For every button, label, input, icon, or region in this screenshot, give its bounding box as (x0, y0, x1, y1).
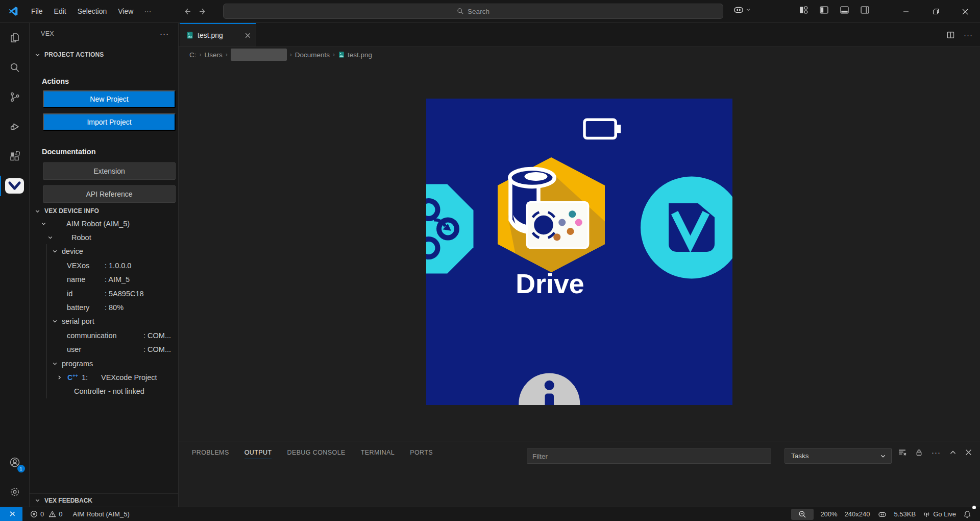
tree-row[interactable]: Controller - not linked (30, 385, 178, 398)
remote-icon (8, 511, 15, 517)
forward-arrow-icon[interactable] (199, 7, 207, 16)
project-actions-section[interactable]: PROJECT ACTIONS (30, 49, 178, 61)
api-reference-button[interactable]: API Reference (43, 185, 176, 203)
tasks-dropdown[interactable]: Tasks (785, 448, 892, 464)
tree-row[interactable]: name: AIM_5 (30, 273, 178, 287)
tree-label: device (62, 247, 83, 255)
import-project-button[interactable]: Import Project (43, 113, 176, 131)
tree-row[interactable]: user: COM... (30, 343, 178, 357)
tree-value: : 5A895C18 (105, 290, 144, 298)
tree-label: serial port (62, 317, 94, 325)
sidebar-item-explorer[interactable] (0, 23, 30, 53)
device-status[interactable]: AIM Robot (AIM_5) (69, 507, 133, 521)
extension-docs-button[interactable]: Extension (43, 162, 176, 180)
tab-bar: test.png ··· (179, 23, 980, 47)
toggle-panel-icon[interactable] (840, 6, 849, 14)
image-dimensions-status[interactable]: 240x240 (841, 507, 874, 521)
tree-row[interactable]: programs (30, 357, 178, 370)
chevron-down-icon[interactable] (52, 249, 58, 254)
sidebar-title: VEX (41, 30, 54, 37)
breadcrumb-item[interactable]: Documents (295, 51, 330, 59)
tree-value: : 1.0.0.0 (105, 262, 131, 270)
menu-view[interactable]: View (112, 4, 139, 18)
vscode-logo-icon (8, 6, 18, 16)
device-info-section[interactable]: VEX DEVICE INFO (30, 205, 178, 217)
notifications-button[interactable] (960, 507, 975, 521)
extensions-icon (9, 150, 21, 162)
tab-test-png[interactable]: test.png (180, 23, 256, 46)
minimize-button[interactable] (891, 0, 921, 23)
chevron-down-icon[interactable] (41, 221, 46, 226)
toggle-primary-sidebar-icon[interactable] (820, 6, 828, 14)
tree-row[interactable]: Robot (30, 230, 178, 244)
vex-sidebar: VEX ··· PROJECT ACTIONS Actions New Proj… (30, 23, 179, 507)
panel-tab-ports[interactable]: PORTS (410, 441, 433, 464)
maximize-panel-icon[interactable] (949, 449, 957, 456)
clear-output-icon[interactable] (898, 448, 906, 457)
copilot-status[interactable] (874, 507, 891, 521)
panel-tab-problems[interactable]: PROBLEMS (192, 441, 229, 464)
breadcrumb-item[interactable]: Users (205, 51, 223, 59)
tree-row[interactable]: id: 5A895C18 (30, 287, 178, 300)
close-window-button[interactable] (950, 0, 980, 23)
command-center-search[interactable]: Search (223, 4, 723, 19)
zoom-level-status[interactable]: 200% (817, 507, 841, 521)
settings-button[interactable] (0, 477, 30, 507)
tree-row[interactable]: communication: COM... (30, 328, 178, 342)
sidebar-more-actions[interactable]: ··· (160, 29, 169, 38)
redacted-username-block (231, 49, 287, 61)
problems-status[interactable]: 0 0 (27, 507, 66, 521)
tree-label: VEXos (67, 262, 89, 270)
tree-row[interactable]: AIM Robot (AIM_5) (30, 217, 178, 230)
close-panel-icon[interactable] (965, 449, 972, 456)
sidebar-item-source-control[interactable] (0, 82, 30, 112)
chevron-down-icon[interactable] (52, 361, 58, 366)
sidebar-item-run-debug[interactable] (0, 112, 30, 141)
chevron-down-icon[interactable] (47, 235, 53, 241)
vex-feedback-section[interactable]: VEX FEEDBACK (30, 493, 178, 507)
split-editor-icon[interactable] (947, 31, 954, 39)
editor-more-actions-icon[interactable]: ··· (964, 31, 973, 39)
card-icon (527, 202, 589, 248)
menu-file[interactable]: File (26, 4, 48, 18)
chevron-right-icon[interactable] (57, 374, 62, 380)
sidebar-item-extensions[interactable] (0, 141, 30, 171)
chevron-down-icon[interactable] (52, 319, 58, 324)
toggle-secondary-sidebar-icon[interactable] (861, 6, 869, 14)
copilot-icon (733, 5, 744, 15)
warning-icon (48, 510, 56, 518)
zoom-out-button[interactable] (791, 509, 814, 520)
tree-row[interactable]: battery: 80% (30, 300, 178, 314)
filter-input[interactable] (527, 448, 771, 464)
tree-row[interactable]: C++1:VEXcode Project (30, 370, 178, 384)
breadcrumb-text: Documents (295, 51, 330, 59)
menu-selection[interactable]: Selection (72, 4, 113, 18)
panel-more-actions-icon[interactable]: ··· (932, 448, 941, 457)
tree-row[interactable]: serial port (30, 315, 178, 328)
image-preview-canvas[interactable]: Drive (179, 62, 980, 441)
new-project-button[interactable]: New Project (43, 90, 176, 108)
go-live-button[interactable]: Go Live (919, 507, 960, 521)
menu-edit[interactable]: Edit (48, 4, 72, 18)
lock-icon[interactable] (915, 448, 923, 457)
chevron-down-icon (35, 52, 40, 58)
panel-tab-debug-console[interactable]: DEBUG CONSOLE (287, 441, 345, 464)
tree-row[interactable]: device (30, 245, 178, 258)
sidebar-item-search[interactable] (0, 53, 30, 82)
close-tab-icon[interactable] (245, 33, 251, 38)
panel-tab-output[interactable]: OUTPUT (244, 441, 272, 464)
menu-overflow[interactable]: ··· (139, 4, 156, 18)
back-arrow-icon[interactable] (183, 7, 191, 16)
restore-button[interactable] (921, 0, 950, 23)
file-size-status[interactable]: 5.53KB (891, 507, 920, 521)
tree-label: AIM Robot (AIM_5) (66, 220, 130, 228)
sidebar-item-vex[interactable] (0, 171, 30, 201)
breadcrumb-item[interactable]: test.png (338, 51, 372, 59)
accounts-button[interactable]: 1 (0, 447, 30, 477)
copilot-button[interactable] (733, 5, 751, 15)
panel-tab-terminal[interactable]: TERMINAL (361, 441, 395, 464)
breadcrumb-item[interactable]: C: (189, 51, 197, 59)
remote-indicator[interactable] (0, 507, 22, 521)
customize-layout-icon[interactable] (799, 6, 808, 14)
tree-row[interactable]: VEXos: 1.0.0.0 (30, 258, 178, 272)
